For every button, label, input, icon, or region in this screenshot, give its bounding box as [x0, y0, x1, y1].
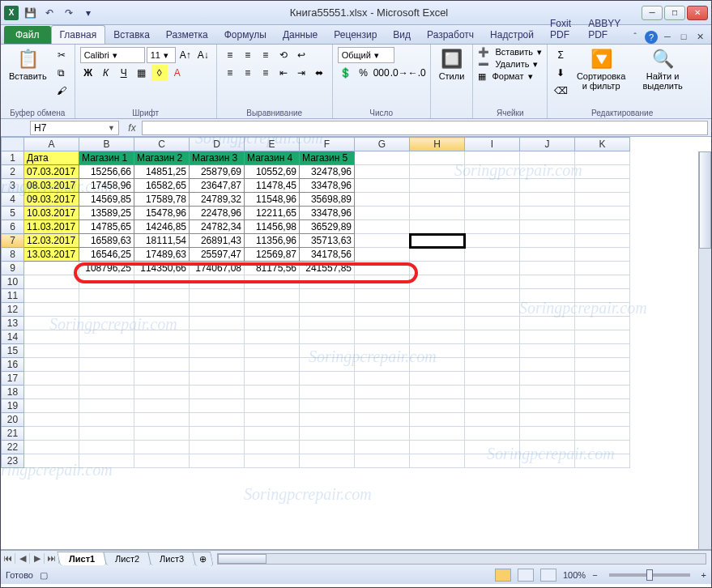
- cell-E6[interactable]: 11456,98: [245, 220, 300, 234]
- cell-B2[interactable]: 15256,66: [79, 165, 134, 179]
- clear-icon[interactable]: ⌫: [552, 83, 569, 99]
- cell-C1[interactable]: Магазин 2: [134, 151, 190, 165]
- redo-button[interactable]: ↷: [61, 5, 77, 21]
- cell-F1[interactable]: Магазин 5: [300, 151, 355, 165]
- cell-C13[interactable]: [134, 317, 190, 330]
- cell-F7[interactable]: 35713,63: [300, 234, 355, 248]
- doc-restore-icon[interactable]: □: [677, 32, 690, 43]
- cell-F18[interactable]: [300, 386, 355, 399]
- cell-J23[interactable]: [520, 454, 575, 468]
- cell-C5[interactable]: 15478,96: [134, 207, 190, 220]
- cell-B6[interactable]: 14785,65: [79, 220, 134, 234]
- cell-I23[interactable]: [465, 454, 520, 468]
- cell-I11[interactable]: [465, 289, 520, 303]
- fill-color-button[interactable]: ◊: [151, 65, 168, 81]
- cell-G3[interactable]: [355, 179, 410, 193]
- normal-view-button[interactable]: [495, 569, 511, 582]
- qat-customize-icon[interactable]: ▾: [80, 5, 96, 21]
- cell-B19[interactable]: [79, 399, 134, 413]
- cell-G22[interactable]: [355, 441, 410, 454]
- cell-G13[interactable]: [355, 317, 410, 330]
- border-button[interactable]: ▦: [134, 65, 150, 81]
- cell-B1[interactable]: Магазин 1: [79, 151, 134, 165]
- cell-G9[interactable]: [355, 262, 410, 275]
- row-header-20[interactable]: 20: [2, 413, 24, 427]
- cell-G20[interactable]: [355, 413, 410, 427]
- name-box[interactable]: H7▼: [30, 121, 119, 135]
- autosum-icon[interactable]: Σ: [552, 47, 569, 63]
- cell-A8[interactable]: 13.03.2017: [24, 248, 79, 262]
- align-right-icon[interactable]: ≡: [258, 65, 274, 81]
- cell-D16[interactable]: [190, 358, 245, 372]
- row-header-7[interactable]: 7: [2, 234, 24, 248]
- cell-B3[interactable]: 17458,96: [79, 179, 134, 193]
- page-break-view-button[interactable]: [540, 569, 556, 582]
- cell-A9[interactable]: [24, 262, 79, 275]
- cell-C8[interactable]: 17489,63: [134, 248, 190, 262]
- cell-J11[interactable]: [520, 289, 575, 303]
- cell-F5[interactable]: 33478,96: [300, 207, 355, 220]
- cell-H12[interactable]: [410, 303, 465, 317]
- cell-F9[interactable]: 241557,85: [300, 262, 355, 275]
- cell-F12[interactable]: [300, 303, 355, 317]
- cell-E15[interactable]: [245, 344, 300, 358]
- cell-C15[interactable]: [134, 344, 190, 358]
- cell-K3[interactable]: [575, 179, 630, 193]
- cell-A14[interactable]: [24, 330, 79, 344]
- row-header-1[interactable]: 1: [2, 151, 24, 165]
- cell-H17[interactable]: [410, 372, 465, 386]
- sheet-tab-3[interactable]: Лист3: [147, 552, 196, 565]
- cell-C11[interactable]: [134, 289, 190, 303]
- cell-J16[interactable]: [520, 358, 575, 372]
- cell-H23[interactable]: [410, 454, 465, 468]
- tab-data[interactable]: Данные: [275, 26, 326, 44]
- cell-K6[interactable]: [575, 220, 630, 234]
- row-header-19[interactable]: 19: [2, 399, 24, 413]
- cell-J4[interactable]: [520, 193, 575, 207]
- file-tab[interactable]: Файл: [4, 26, 51, 44]
- cell-H3[interactable]: [410, 179, 465, 193]
- cell-I17[interactable]: [465, 372, 520, 386]
- column-header-E[interactable]: E: [245, 138, 300, 151]
- row-header-14[interactable]: 14: [2, 330, 24, 344]
- cell-C12[interactable]: [134, 303, 190, 317]
- row-header-15[interactable]: 15: [2, 344, 24, 358]
- cell-K4[interactable]: [575, 193, 630, 207]
- cell-D9[interactable]: 174067,08: [190, 262, 245, 275]
- format-cells-button[interactable]: ▦ Формат ▾: [478, 71, 532, 82]
- font-name-combo[interactable]: Calibri▾: [80, 47, 145, 63]
- cell-A10[interactable]: [24, 275, 79, 289]
- maximize-button[interactable]: □: [664, 6, 685, 20]
- cell-D11[interactable]: [190, 289, 245, 303]
- cell-A11[interactable]: [24, 289, 79, 303]
- cell-E4[interactable]: 11548,96: [245, 193, 300, 207]
- cell-I21[interactable]: [465, 427, 520, 441]
- cell-A12[interactable]: [24, 303, 79, 317]
- italic-button[interactable]: К: [98, 65, 114, 81]
- cell-H22[interactable]: [410, 441, 465, 454]
- cell-D17[interactable]: [190, 372, 245, 386]
- zoom-in-button[interactable]: +: [701, 570, 706, 580]
- chevron-down-icon[interactable]: ▼: [108, 124, 115, 132]
- styles-button[interactable]: 🔲 Стили: [436, 47, 468, 83]
- row-header-6[interactable]: 6: [2, 220, 24, 234]
- cell-K8[interactable]: [575, 248, 630, 262]
- cell-E12[interactable]: [245, 303, 300, 317]
- cell-C22[interactable]: [134, 441, 190, 454]
- cell-E3[interactable]: 11478,45: [245, 179, 300, 193]
- cell-E23[interactable]: [245, 454, 300, 468]
- cell-D23[interactable]: [190, 454, 245, 468]
- cell-G2[interactable]: [355, 165, 410, 179]
- cell-A15[interactable]: [24, 344, 79, 358]
- cell-H6[interactable]: [410, 220, 465, 234]
- cell-F19[interactable]: [300, 399, 355, 413]
- cell-G8[interactable]: [355, 248, 410, 262]
- cell-A21[interactable]: [24, 427, 79, 441]
- row-header-16[interactable]: 16: [2, 358, 24, 372]
- cell-H10[interactable]: [410, 275, 465, 289]
- cell-G4[interactable]: [355, 193, 410, 207]
- cell-I22[interactable]: [465, 441, 520, 454]
- font-size-combo[interactable]: 11▾: [147, 47, 176, 63]
- align-bottom-icon[interactable]: ≡: [258, 47, 274, 63]
- cell-K16[interactable]: [575, 358, 630, 372]
